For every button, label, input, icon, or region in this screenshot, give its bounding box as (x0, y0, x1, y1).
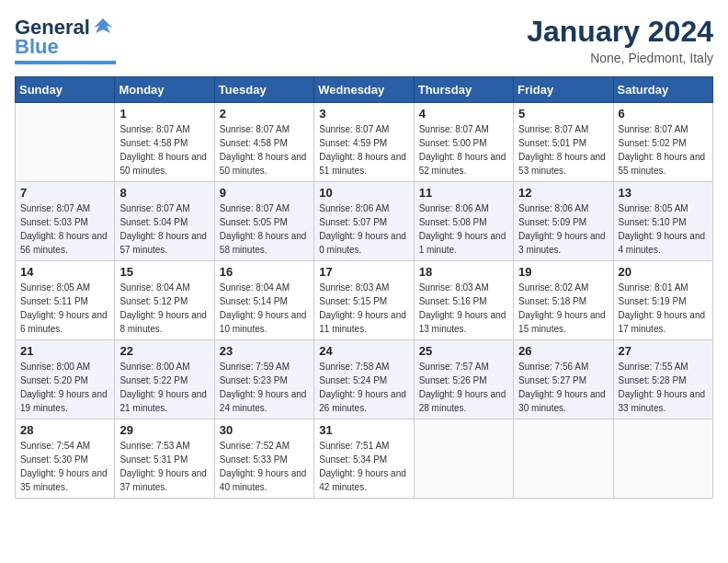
day-number: 16 (220, 265, 309, 279)
day-number: 8 (119, 186, 209, 200)
day-info: Sunrise: 8:07 AMSunset: 5:05 PMDaylight:… (220, 201, 309, 257)
calendar-week-row: 21Sunrise: 8:00 AMSunset: 5:20 PMDayligh… (16, 340, 713, 419)
column-header-thursday: Thursday (414, 77, 513, 103)
day-info: Sunrise: 8:00 AMSunset: 5:20 PMDaylight:… (20, 360, 109, 415)
title-block: January 2024 None, Piedmont, Italy (527, 15, 713, 65)
day-number: 19 (518, 265, 608, 279)
calendar-cell: 10Sunrise: 8:06 AMSunset: 5:07 PMDayligh… (314, 182, 414, 261)
day-info: Sunrise: 8:05 AMSunset: 5:10 PMDaylight:… (619, 201, 708, 257)
day-info: Sunrise: 8:07 AMSunset: 4:59 PMDaylight:… (319, 122, 408, 178)
day-info: Sunrise: 8:06 AMSunset: 5:07 PMDaylight:… (319, 201, 408, 257)
calendar-cell (613, 419, 712, 499)
calendar-cell (514, 419, 613, 499)
calendar-cell: 26Sunrise: 7:56 AMSunset: 5:27 PMDayligh… (514, 340, 613, 419)
day-number: 18 (419, 265, 508, 279)
calendar-header-row: SundayMondayTuesdayWednesdayThursdayFrid… (16, 77, 713, 103)
day-info: Sunrise: 8:03 AMSunset: 5:15 PMDaylight:… (319, 281, 408, 336)
column-header-sunday: Sunday (16, 77, 115, 103)
column-header-friday: Friday (514, 77, 613, 103)
day-info: Sunrise: 8:07 AMSunset: 5:00 PMDaylight:… (419, 122, 508, 178)
calendar-cell: 28Sunrise: 7:54 AMSunset: 5:30 PMDayligh… (16, 419, 115, 499)
day-number: 28 (20, 423, 109, 437)
day-number: 10 (319, 186, 408, 200)
svg-marker-0 (94, 18, 112, 33)
day-info: Sunrise: 8:07 AMSunset: 4:58 PMDaylight:… (119, 122, 209, 178)
day-info: Sunrise: 8:01 AMSunset: 5:19 PMDaylight:… (619, 281, 708, 336)
calendar-cell: 8Sunrise: 8:07 AMSunset: 5:04 PMDaylight… (115, 182, 214, 261)
day-info: Sunrise: 8:04 AMSunset: 5:14 PMDaylight:… (220, 281, 309, 336)
calendar-cell: 16Sunrise: 8:04 AMSunset: 5:14 PMDayligh… (214, 261, 313, 340)
day-number: 3 (319, 107, 408, 121)
calendar-cell: 22Sunrise: 8:00 AMSunset: 5:22 PMDayligh… (115, 340, 214, 419)
day-info: Sunrise: 8:07 AMSunset: 5:03 PMDaylight:… (20, 201, 109, 257)
day-info: Sunrise: 7:51 AMSunset: 5:34 PMDaylight:… (319, 439, 408, 494)
day-info: Sunrise: 7:54 AMSunset: 5:30 PMDaylight:… (20, 439, 109, 494)
month-title: January 2024 (527, 15, 713, 49)
calendar-week-row: 1Sunrise: 8:07 AMSunset: 4:58 PMDaylight… (16, 103, 713, 182)
day-number: 9 (220, 186, 309, 200)
calendar-cell: 24Sunrise: 7:58 AMSunset: 5:24 PMDayligh… (314, 340, 414, 419)
day-info: Sunrise: 7:59 AMSunset: 5:23 PMDaylight:… (220, 360, 309, 415)
logo-blue: Blue (15, 35, 59, 59)
day-number: 29 (119, 423, 209, 437)
calendar-cell: 9Sunrise: 8:07 AMSunset: 5:05 PMDaylight… (214, 182, 313, 261)
calendar-cell: 1Sunrise: 8:07 AMSunset: 4:58 PMDaylight… (115, 103, 214, 182)
day-info: Sunrise: 8:03 AMSunset: 5:16 PMDaylight:… (419, 281, 508, 336)
calendar-cell: 21Sunrise: 8:00 AMSunset: 5:20 PMDayligh… (16, 340, 115, 419)
day-info: Sunrise: 8:00 AMSunset: 5:22 PMDaylight:… (119, 360, 209, 415)
calendar-cell: 12Sunrise: 8:06 AMSunset: 5:09 PMDayligh… (514, 182, 613, 261)
calendar-cell: 5Sunrise: 8:07 AMSunset: 5:01 PMDaylight… (514, 103, 613, 182)
day-info: Sunrise: 7:57 AMSunset: 5:26 PMDaylight:… (419, 360, 508, 415)
day-number: 4 (419, 107, 508, 121)
calendar-cell: 19Sunrise: 8:02 AMSunset: 5:18 PMDayligh… (514, 261, 613, 340)
logo-bird-icon (90, 15, 116, 40)
calendar-cell: 27Sunrise: 7:55 AMSunset: 5:28 PMDayligh… (613, 340, 712, 419)
day-number: 13 (619, 186, 708, 200)
day-info: Sunrise: 7:52 AMSunset: 5:33 PMDaylight:… (220, 439, 309, 494)
day-info: Sunrise: 7:53 AMSunset: 5:31 PMDaylight:… (119, 439, 209, 494)
day-number: 20 (619, 265, 708, 279)
day-number: 31 (319, 423, 408, 437)
day-info: Sunrise: 8:06 AMSunset: 5:09 PMDaylight:… (518, 201, 608, 257)
logo: General Blue (15, 15, 116, 64)
day-number: 27 (619, 344, 708, 358)
day-info: Sunrise: 7:56 AMSunset: 5:27 PMDaylight:… (518, 360, 608, 415)
calendar-week-row: 7Sunrise: 8:07 AMSunset: 5:03 PMDaylight… (16, 182, 713, 261)
day-number: 23 (220, 344, 309, 358)
calendar-cell: 20Sunrise: 8:01 AMSunset: 5:19 PMDayligh… (613, 261, 712, 340)
calendar-cell: 23Sunrise: 7:59 AMSunset: 5:23 PMDayligh… (214, 340, 313, 419)
calendar-cell: 13Sunrise: 8:05 AMSunset: 5:10 PMDayligh… (613, 182, 712, 261)
calendar-cell: 6Sunrise: 8:07 AMSunset: 5:02 PMDaylight… (613, 103, 712, 182)
day-number: 25 (419, 344, 508, 358)
day-info: Sunrise: 8:04 AMSunset: 5:12 PMDaylight:… (119, 281, 209, 336)
day-info: Sunrise: 8:07 AMSunset: 5:01 PMDaylight:… (518, 122, 608, 178)
calendar-cell: 4Sunrise: 8:07 AMSunset: 5:00 PMDaylight… (414, 103, 513, 182)
day-info: Sunrise: 8:07 AMSunset: 4:58 PMDaylight:… (220, 122, 309, 178)
calendar-cell: 31Sunrise: 7:51 AMSunset: 5:34 PMDayligh… (314, 419, 414, 499)
column-header-tuesday: Tuesday (214, 77, 313, 103)
day-number: 2 (220, 107, 309, 121)
day-number: 1 (119, 107, 209, 121)
day-number: 21 (20, 344, 109, 358)
day-number: 17 (319, 265, 408, 279)
day-info: Sunrise: 8:07 AMSunset: 5:02 PMDaylight:… (619, 122, 708, 178)
calendar-cell: 29Sunrise: 7:53 AMSunset: 5:31 PMDayligh… (115, 419, 214, 499)
calendar-cell: 7Sunrise: 8:07 AMSunset: 5:03 PMDaylight… (16, 182, 115, 261)
day-number: 15 (119, 265, 209, 279)
calendar-cell: 25Sunrise: 7:57 AMSunset: 5:26 PMDayligh… (414, 340, 513, 419)
day-number: 30 (220, 423, 309, 437)
calendar-week-row: 14Sunrise: 8:05 AMSunset: 5:11 PMDayligh… (16, 261, 713, 340)
calendar-cell: 15Sunrise: 8:04 AMSunset: 5:12 PMDayligh… (115, 261, 214, 340)
calendar-cell (16, 103, 115, 182)
column-header-monday: Monday (115, 77, 214, 103)
location-subtitle: None, Piedmont, Italy (527, 51, 713, 65)
page-header: General Blue January 2024 None, Piedmont… (15, 15, 713, 65)
day-number: 12 (518, 186, 608, 200)
day-number: 24 (319, 344, 408, 358)
column-header-wednesday: Wednesday (314, 77, 414, 103)
calendar-cell: 2Sunrise: 8:07 AMSunset: 4:58 PMDaylight… (214, 103, 313, 182)
day-info: Sunrise: 8:07 AMSunset: 5:04 PMDaylight:… (119, 201, 209, 257)
calendar-cell: 17Sunrise: 8:03 AMSunset: 5:15 PMDayligh… (314, 261, 414, 340)
calendar-week-row: 28Sunrise: 7:54 AMSunset: 5:30 PMDayligh… (16, 419, 713, 499)
day-number: 22 (119, 344, 209, 358)
